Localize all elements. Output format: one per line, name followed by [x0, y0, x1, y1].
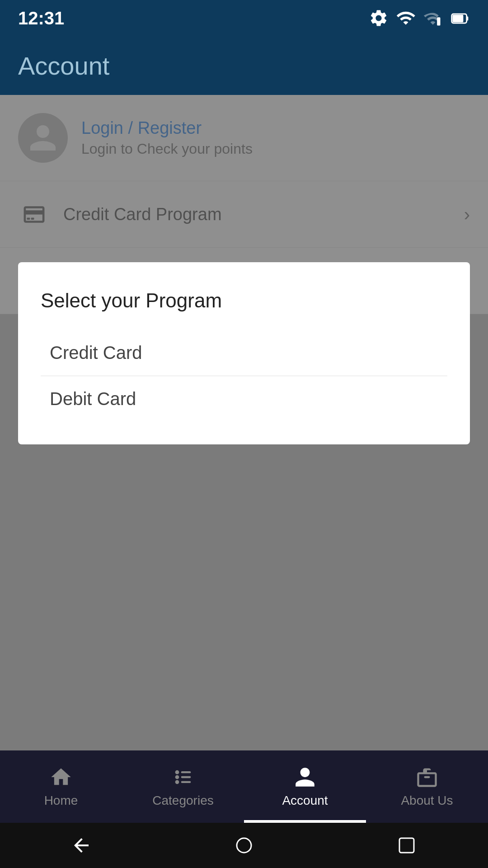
- page-title: Account: [18, 51, 109, 80]
- android-recents-button[interactable]: [396, 835, 418, 856]
- svg-point-13: [237, 838, 251, 853]
- svg-rect-9: [181, 776, 191, 778]
- android-nav-bar: [0, 823, 488, 868]
- wifi-icon: [396, 8, 416, 28]
- status-time: 12:31: [18, 8, 64, 28]
- nav-label-home: Home: [44, 793, 78, 808]
- svg-point-6: [175, 770, 179, 774]
- select-program-dialog: Select your Program Credit Card Debit Ca…: [18, 262, 470, 444]
- android-home-button[interactable]: [233, 835, 255, 856]
- nav-label-account: Account: [282, 793, 328, 808]
- android-back-button[interactable]: [70, 835, 92, 856]
- svg-rect-7: [181, 771, 191, 773]
- gear-icon: [369, 8, 389, 28]
- svg-rect-3: [467, 16, 469, 20]
- battery-icon: [450, 8, 470, 28]
- app-header: Account: [0, 36, 488, 95]
- dialog-title: Select your Program: [41, 289, 447, 312]
- status-icons: [369, 8, 470, 28]
- nav-item-categories[interactable]: Categories: [122, 765, 244, 808]
- credit-card-option[interactable]: Credit Card: [41, 330, 447, 376]
- svg-point-10: [175, 780, 179, 784]
- status-bar: 12:31: [0, 0, 488, 36]
- svg-rect-14: [399, 838, 414, 853]
- nav-label-about-us: About Us: [401, 793, 453, 808]
- svg-point-8: [175, 775, 179, 779]
- nav-item-home[interactable]: Home: [0, 765, 122, 808]
- svg-rect-11: [181, 781, 191, 783]
- account-icon: [293, 765, 317, 789]
- nav-item-about-us[interactable]: About Us: [366, 765, 488, 808]
- bottom-nav: Home Categories Account About Us: [0, 750, 488, 823]
- nav-item-account[interactable]: Account: [244, 765, 366, 808]
- categories-icon: [171, 765, 195, 789]
- debit-card-option[interactable]: Debit Card: [41, 376, 447, 422]
- signal-icon: [423, 8, 443, 28]
- svg-rect-2: [453, 15, 464, 22]
- briefcase-icon: [415, 765, 439, 789]
- nav-label-categories: Categories: [152, 793, 213, 808]
- home-icon: [49, 765, 73, 789]
- background-content: Login / Register Login to Check your poi…: [0, 95, 488, 764]
- svg-rect-0: [437, 17, 440, 25]
- svg-rect-12: [424, 776, 430, 778]
